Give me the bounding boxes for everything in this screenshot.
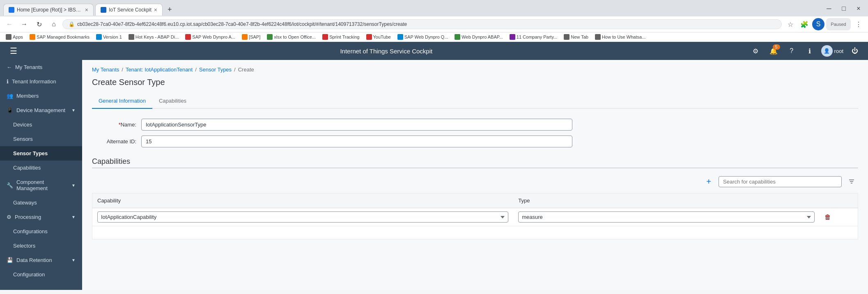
minimize-button[interactable]: ─ — [823, 2, 835, 15]
sidebar-item-configurations[interactable]: Configurations — [0, 224, 82, 239]
sidebar-item-capabilities[interactable]: Capabilities — [0, 161, 82, 175]
breadcrumb-my-tenants[interactable]: My Tenants — [92, 67, 119, 73]
alternate-id-input[interactable] — [141, 136, 572, 147]
sidebar-label-processing: Processing — [15, 214, 41, 220]
type-select[interactable]: measure command property — [518, 211, 815, 223]
bookmark-sap-managed[interactable]: SAP Managed Bookmarks — [27, 33, 92, 41]
sidebar-item-sensors[interactable]: Sensors — [0, 132, 82, 146]
sidebar-item-tenant-information[interactable]: ℹ Tenant Information — [0, 74, 82, 89]
form-row-alternate-id: Alternate ID: — [92, 136, 858, 147]
reload-button[interactable]: ↻ — [33, 18, 45, 30]
bookmark-apps[interactable]: Apps — [3, 33, 25, 41]
sidebar-label-gateways: Gateways — [13, 200, 37, 206]
sidebar-item-devices[interactable]: Devices — [0, 117, 82, 132]
filter-button[interactable] — [845, 175, 858, 188]
browser-tab-2[interactable]: IoT Service Cockpit × — [95, 4, 163, 16]
bookmark-sap-webdynpro-a[interactable]: SAP Web Dynpro A... — [183, 33, 238, 41]
maximize-button[interactable]: □ — [838, 2, 850, 15]
members-icon: 👥 — [7, 93, 13, 99]
bookmark-label-xlsx: xlsx to Open Office... — [274, 34, 316, 39]
delete-row-button[interactable]: 🗑 — [824, 214, 831, 221]
close-window-button[interactable]: × — [852, 2, 865, 15]
chevron-down-icon-2: ▼ — [71, 183, 76, 188]
back-button[interactable]: ← — [3, 18, 16, 30]
sidebar-item-device-management[interactable]: 📱 Device Management ▼ — [0, 103, 82, 117]
form-row-name: *Name: — [92, 119, 858, 131]
sidebar-item-gateways[interactable]: Gateways — [0, 195, 82, 210]
bookmark-favicon-sprint — [322, 34, 328, 40]
bookmark-xlsx[interactable]: xlsx to Open Office... — [264, 33, 318, 41]
table-body: IotApplicationCapability measure command… — [92, 208, 858, 239]
bookmark-company-party[interactable]: 11 Company Party... — [507, 33, 560, 41]
sidebar-item-members[interactable]: 👥 Members — [0, 89, 82, 103]
bookmark-favicon-new-tab — [564, 34, 569, 40]
capabilities-section-title: Capabilities — [92, 157, 858, 166]
sidebar-item-configuration[interactable]: Configuration — [0, 267, 82, 282]
bookmark-label-sap-managed: SAP Managed Bookmarks — [37, 34, 90, 39]
bookmark-label-apps: Apps — [13, 34, 23, 39]
menu-button[interactable]: ⋮ — [852, 18, 865, 30]
extensions-button[interactable]: 🧩 — [798, 18, 811, 30]
paused-button[interactable]: Paused — [826, 18, 851, 30]
power-button[interactable]: ⏻ — [848, 44, 861, 57]
bookmark-favicon-apps — [6, 34, 11, 40]
bookmark-sap-webdynpro-q[interactable]: SAP Web Dynpro Q... — [395, 33, 451, 41]
settings-icon-button[interactable]: ⚙ — [749, 44, 762, 57]
sidebar-label-data-retention: Data Retention — [16, 257, 52, 263]
star-button[interactable]: ☆ — [784, 18, 797, 30]
sidebar-item-selectors[interactable]: Selectors — [0, 239, 82, 253]
tab-general-information[interactable]: General Information — [92, 94, 152, 109]
bookmark-version1[interactable]: Version 1 — [94, 33, 124, 41]
sidebar-item-data-retention[interactable]: 💾 Data Retention ▼ — [0, 253, 82, 267]
profile-button[interactable]: S — [812, 18, 824, 30]
bookmark-youtube[interactable]: YouTube — [364, 33, 393, 41]
bookmark-howto-whatsapp[interactable]: How to Use Whatsa... — [592, 33, 648, 41]
bookmark-label-sprint: Sprint Tracking — [329, 34, 359, 39]
forward-button[interactable]: → — [18, 18, 30, 30]
bookmark-favicon-hotkeys — [129, 34, 134, 40]
column-header-action — [820, 193, 858, 208]
add-capability-button[interactable]: + — [702, 175, 715, 188]
address-bar[interactable]: 🔒 cb03ec28-7ca0-40e7-8f2b-4ef6224c48f6.e… — [62, 19, 782, 29]
hamburger-menu-button[interactable]: ☰ — [7, 44, 21, 57]
name-input[interactable] — [141, 119, 572, 131]
chevron-down-icon: ▼ — [71, 108, 76, 113]
breadcrumb: My Tenants / Tenant: IotApplicationTenan… — [92, 67, 858, 73]
avatar: 👤 — [821, 45, 833, 57]
bookmark-new-tab[interactable]: New Tab — [561, 33, 591, 41]
bookmark-favicon-sap-webdynpro-a — [185, 34, 191, 40]
sidebar-item-sensor-types[interactable]: Sensor Types — [0, 146, 82, 161]
help-button[interactable]: ? — [785, 44, 798, 57]
notifications-button[interactable]: 🔔 5 — [767, 44, 780, 57]
browser-tab-1[interactable]: Home [Europe (Rot)] > IBSO-ATC... × — [3, 4, 94, 16]
bookmark-sap[interactable]: [SAP] — [239, 33, 263, 41]
filter-icon — [848, 178, 855, 185]
tab-close-2[interactable]: × — [154, 7, 157, 13]
sidebar-item-component-management[interactable]: 🔧 Component Management ▼ — [0, 175, 82, 195]
capability-select[interactable]: IotApplicationCapability — [97, 211, 508, 223]
app-body: ← My Tenants ℹ Tenant Information 👥 Memb… — [0, 60, 868, 290]
bookmark-hotkeys[interactable]: Hot Keys - ABAP Di... — [126, 33, 181, 41]
new-tab-button[interactable]: + — [164, 4, 175, 16]
sidebar-label-capabilities: Capabilities — [13, 165, 41, 171]
search-capabilities-input[interactable] — [719, 176, 842, 187]
column-header-capability: Capability — [92, 193, 514, 208]
bookmark-favicon-xlsx — [267, 34, 273, 40]
user-menu[interactable]: 👤 root — [821, 45, 843, 57]
bookmark-sprint[interactable]: Sprint Tracking — [320, 33, 362, 41]
info-button[interactable]: ℹ — [803, 44, 816, 57]
sidebar-item-processing[interactable]: ⚙ Processing ▼ — [0, 210, 82, 224]
tab-close-1[interactable]: × — [85, 7, 88, 13]
table-row: IotApplicationCapability measure command… — [92, 208, 858, 226]
general-information-form: *Name: Alternate ID: — [92, 119, 858, 147]
home-button[interactable]: ⌂ — [48, 18, 60, 30]
bookmark-label-company-party: 11 Company Party... — [517, 34, 557, 39]
bookmark-web-dynpro-abap[interactable]: Web Dynpro ABAP... — [452, 33, 505, 41]
notification-badge: 5 — [773, 44, 780, 50]
breadcrumb-sensor-types[interactable]: Sensor Types — [199, 67, 232, 73]
action-cell: 🗑 — [820, 208, 858, 226]
breadcrumb-tenant[interactable]: Tenant: IotApplicationTenant — [126, 67, 193, 73]
tab-capabilities[interactable]: Capabilities — [152, 94, 193, 109]
capabilities-section: Capabilities + — [92, 157, 858, 239]
sidebar-item-my-tenants[interactable]: ← My Tenants — [0, 60, 82, 74]
